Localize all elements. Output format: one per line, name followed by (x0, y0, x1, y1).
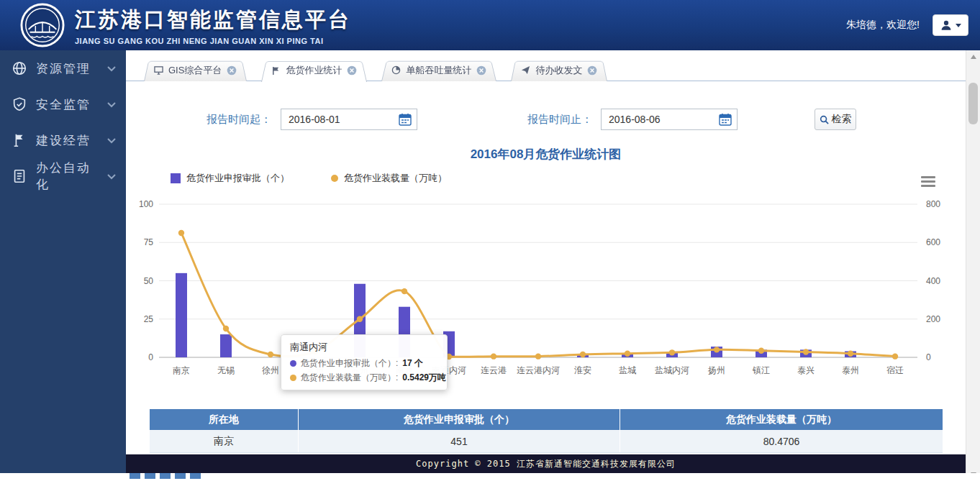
close-icon[interactable] (227, 65, 237, 75)
sidebar-item-safety[interactable]: 安全监管 (0, 86, 126, 122)
tab-gis-platform[interactable]: GIS综合平台 (144, 59, 247, 81)
shield-icon (12, 96, 27, 112)
pagination-button[interactable] (190, 473, 201, 479)
svg-text:镇江: 镇江 (752, 365, 770, 375)
sidebar-item-label: 建设经营 (36, 132, 91, 149)
user-icon (940, 19, 953, 32)
scroll-up-arrow-icon[interactable] (971, 55, 976, 59)
chart-legend: 危货作业申报审批（个） 危货作业装载量（万吨） (171, 173, 966, 184)
svg-text:泰兴: 泰兴 (797, 365, 815, 375)
svg-text:宿迁: 宿迁 (886, 365, 904, 375)
chevron-down-icon (107, 62, 116, 75)
end-date-value: 2016-08-06 (602, 114, 714, 125)
copyright-text: Copyright © 2015 江苏省新通智能交通科技发展有限公司 (416, 458, 676, 470)
chevron-down-icon (107, 170, 116, 183)
svg-text:淮安: 淮安 (574, 365, 591, 375)
pie-tab-icon (391, 65, 401, 75)
svg-text:徐州: 徐州 (262, 365, 279, 375)
close-icon[interactable] (476, 65, 486, 75)
tab-bar: GIS综合平台 危货作业统计 单船吞吐量统计 (126, 59, 966, 81)
search-icon (820, 115, 829, 124)
tab-label: GIS综合平台 (168, 64, 222, 77)
svg-text:盐城内河: 盐城内河 (655, 365, 689, 375)
resource-icon (12, 60, 27, 76)
tab-dangerous-goods-stats[interactable]: 危货作业统计 (261, 59, 367, 82)
app-subtitle: JIANG SU GANG KOU ZHI NENG JIAN GUAN XIN… (75, 37, 351, 45)
pagination-button[interactable] (145, 473, 155, 479)
end-date-label: 报告时间止： (527, 109, 592, 130)
sidebar-item-construction[interactable]: 建设经营 (0, 122, 126, 158)
svg-text:南京: 南京 (173, 365, 190, 375)
tab-ship-throughput-stats[interactable]: 单船吞吐量统计 (381, 59, 496, 81)
search-button[interactable]: 检索 (815, 109, 856, 130)
calendar-icon[interactable] (714, 109, 737, 129)
send-tab-icon (521, 65, 530, 75)
sidebar-item-resources[interactable]: 资源管理 (0, 50, 126, 86)
pagination-button[interactable] (130, 473, 140, 479)
svg-text:连云港内河: 连云港内河 (517, 365, 560, 375)
svg-text:800: 800 (926, 199, 940, 209)
close-icon[interactable] (587, 65, 597, 75)
tooltip-value: 0.5429万吨 (402, 372, 446, 384)
svg-text:600: 600 (926, 237, 940, 247)
table-header-approvals: 危货作业申报审批（个） (299, 409, 620, 430)
app-titles: 江苏港口智能监管信息平台 JIANG SU GANG KOU ZHI NENG … (75, 6, 351, 45)
sidebar-item-office-automation[interactable]: 办公自动化 (0, 158, 126, 194)
sidebar-item-label: 资源管理 (36, 60, 91, 77)
cell-tonnage: 80.4706 (620, 430, 943, 452)
tooltip-dot (290, 360, 296, 367)
tab-label: 危货作业统计 (286, 64, 342, 77)
app-header: 江苏港口智能监管信息平台 JIANG SU GANG KOU ZHI NENG … (0, 0, 980, 50)
end-date-input[interactable]: 2016-08-06 (601, 109, 738, 130)
legend-item-tonnage[interactable]: 危货作业装载量（万吨） (331, 172, 447, 185)
chevron-down-icon (107, 98, 116, 111)
gis-tab-icon (154, 65, 163, 75)
search-button-label: 检索 (832, 113, 852, 126)
table-header-location: 所在地 (150, 409, 299, 430)
pagination-button[interactable] (160, 473, 171, 479)
scrollbar-thumb[interactable] (968, 83, 978, 124)
pagination-button[interactable] (175, 473, 186, 479)
svg-text:200: 200 (926, 314, 940, 324)
chart-toolbox-menu-icon[interactable] (921, 174, 935, 189)
chevron-down-icon (107, 134, 116, 147)
legend-label: 危货作业装载量（万吨） (344, 172, 447, 185)
cell-approvals: 451 (299, 430, 620, 452)
calendar-icon[interactable] (394, 109, 417, 129)
main-content: GIS综合平台 危货作业统计 单船吞吐量统计 (126, 50, 966, 473)
tab-pending-documents[interactable]: 待办收发文 (511, 59, 607, 81)
chart-tooltip: 南通内河 危货作业申报审批（个）: 17 个 危货作业装载量（万吨）: 0.54… (281, 334, 448, 390)
pagination-strip (0, 473, 980, 481)
construction-icon (12, 132, 27, 148)
start-date-label: 报告时间起： (207, 109, 271, 130)
tooltip-label: 危货作业申报审批（个）: (301, 357, 398, 370)
page-footer: Copyright © 2015 江苏省新通智能交通科技发展有限公司 (126, 454, 966, 473)
start-date-input[interactable]: 2016-08-01 (281, 109, 417, 130)
svg-text:无锡: 无锡 (217, 365, 235, 375)
svg-text:50: 50 (144, 276, 154, 286)
table-header-row: 所在地 危货作业申报审批（个） 危货作业装载量（万吨） (150, 409, 943, 430)
tooltip-value: 17 个 (402, 357, 423, 370)
tab-label: 单船吞吐量统计 (406, 64, 471, 77)
sidebar-item-label: 安全监管 (36, 96, 91, 113)
legend-dot-swatch (331, 175, 338, 182)
tooltip-dot (290, 375, 296, 381)
cell-location: 南京 (150, 430, 299, 452)
svg-text:0: 0 (148, 352, 153, 362)
sidebar: 资源管理 安全监管 建设经营 办公自动化 (0, 50, 126, 473)
sidebar-item-label: 办公自动化 (36, 160, 99, 193)
legend-label: 危货作业申报审批（个） (186, 172, 289, 185)
svg-text:75: 75 (144, 237, 154, 247)
svg-text:0: 0 (926, 352, 931, 362)
chart-area: 00252005040075600100800南京无锡徐州常州苏州南通南通内河连… (139, 198, 966, 378)
table-row: 南京 451 80.4706 (150, 430, 943, 453)
stats-table: 所在地 危货作业申报审批（个） 危货作业装载量（万吨） 南京 451 80.47… (150, 409, 943, 453)
user-menu-button[interactable] (933, 14, 968, 36)
tooltip-label: 危货作业装载量（万吨）: (301, 372, 398, 384)
svg-text:泰州: 泰州 (842, 365, 859, 375)
legend-item-approvals[interactable]: 危货作业申报审批（个） (171, 172, 289, 185)
dual-axis-chart: 00252005040075600100800南京无锡徐州常州苏州南通南通内河连… (139, 198, 966, 378)
vertical-scrollbar[interactable] (966, 50, 980, 481)
legend-bar-swatch (171, 173, 181, 183)
close-icon[interactable] (347, 65, 357, 75)
